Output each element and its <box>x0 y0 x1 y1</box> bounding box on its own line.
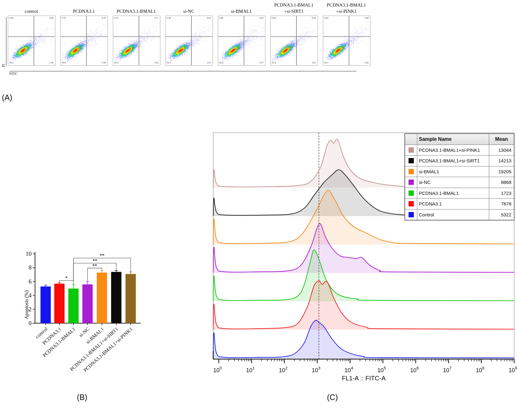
flow-scatter-canvas <box>218 16 265 66</box>
legend-header-row: Sample Name Mean <box>405 134 514 145</box>
flow-plot-title-line: si-BMAL1 <box>215 8 268 14</box>
flow-plot-title: PCDNA3.1 <box>57 0 110 14</box>
panel-a-x-axis-label: FITC <box>9 72 18 76</box>
quadrant-percentage-tr: 3.91 <box>207 17 211 19</box>
legend-sample-name: PCDNA3.1 <box>417 199 489 210</box>
flow-plot-title: PCDNA3.1-BMAL1+si-PINK1 <box>320 0 373 14</box>
svg-text:101: 101 <box>246 366 254 373</box>
panel-c-legend-table: Sample Name Mean PCDNA3.1-BMAL1+si-PINK1… <box>404 133 514 220</box>
legend-row: PCDNA3.1-BMAL1 1723 <box>405 188 514 199</box>
legend-swatch <box>409 180 414 185</box>
quadrant-percentage-bl: 91.6 <box>272 62 276 64</box>
flow-plot-title-line: PCDNA3.1-BMAL1 <box>320 2 373 8</box>
svg-text:*: * <box>65 275 68 280</box>
quadrant-percentage-tr: 3.56 <box>49 17 53 19</box>
quadrant-percentage-br: 1.94 <box>49 62 53 64</box>
quadrant-percentage-br: 2.27 <box>259 62 264 64</box>
flow-scatter-canvas <box>113 16 160 66</box>
svg-text:FL1-A :: FITC-A: FL1-A :: FITC-A <box>342 375 386 382</box>
legend-mean-value: 7678 <box>489 199 514 210</box>
svg-text:si-NC: si-NC <box>78 326 90 338</box>
quadrant-percentage-tl: 0.80 <box>272 17 276 19</box>
legend-mean-value: 1723 <box>489 188 514 199</box>
flow-scatter-canvas <box>8 16 55 66</box>
quadrant-percentage-bl: 93.5 <box>62 62 66 64</box>
legend-row: si-BMAL1 19205 <box>405 166 514 177</box>
quadrant-percentage-bl: 94.3 <box>114 62 118 64</box>
svg-text:8: 8 <box>29 264 32 271</box>
flow-plot-title-line: PCDNA3.1-BMAL1 <box>267 2 320 8</box>
quadrant-percentage-tr: 5.44 <box>259 17 264 19</box>
legend-row: PCDNA3.1 7678 <box>405 199 514 210</box>
flow-scatter-plot: 1.013.1794.31.53 <box>113 16 160 65</box>
panel-a-y-axis-label: PI <box>1 64 6 67</box>
legend-header-swatch <box>405 134 417 145</box>
flow-plot-title-line: +si-PINK1 <box>320 8 373 14</box>
quadrant-percentage-bl: 93.9 <box>9 62 13 64</box>
quadrant-percentage-tl: 1.01 <box>114 17 118 19</box>
svg-text:105: 105 <box>377 366 386 373</box>
panel-a-left-axis-line <box>6 17 7 67</box>
flow-scatter-plot: 0.704.2493.51.59 <box>60 16 107 65</box>
legend-row: si-NC 8868 <box>405 177 514 188</box>
quadrant-percentage-tl: 0.65 <box>9 17 13 19</box>
quadrant-percentage-tl: 0.65 <box>219 17 223 19</box>
flow-plot-title: PCDNA3.1-BMAL1 <box>110 0 163 14</box>
svg-text:109: 109 <box>509 366 517 373</box>
flow-plot-title-line: control <box>5 8 58 14</box>
quadrant-percentage-tr: 4.24 <box>102 17 106 19</box>
legend-swatch <box>409 201 414 206</box>
figure-root: control0.653.5693.91.94PCDNA3.10.704.249… <box>0 0 517 420</box>
flow-scatter-canvas <box>323 16 370 66</box>
quadrant-percentage-br: 2.57 <box>312 62 316 64</box>
flow-plot-title: PCDNA3.1-BMAL1+si-SIRT1 <box>267 0 320 14</box>
flow-plot-title-line: si-NC <box>162 8 215 14</box>
svg-text:6: 6 <box>29 278 32 285</box>
quadrant-percentage-bl: 93.7 <box>167 62 171 64</box>
svg-text:107: 107 <box>443 366 451 373</box>
flow-plot-title: control <box>5 0 58 14</box>
panel-a-caption: (A) <box>2 93 12 102</box>
flow-plot-title-line: PCDNA3.1 <box>57 8 110 14</box>
panel-a-bottom-axis-line <box>9 71 356 72</box>
flow-plot-title-line: PCDNA3.1-BMAL1 <box>110 8 163 14</box>
svg-text:108: 108 <box>476 366 484 373</box>
legend-swatch <box>409 147 414 153</box>
flow-scatter-plot: 0.653.5693.91.94 <box>8 16 55 65</box>
quadrant-percentage-tl: 0.48 <box>167 17 171 19</box>
legend-sample-name: si-NC <box>417 177 489 188</box>
svg-text:Apoptosis (%): Apoptosis (%) <box>24 290 29 319</box>
flow-plot-title-line: +si-SIRT1 <box>267 8 320 14</box>
quadrant-percentage-br: 1.59 <box>102 62 106 64</box>
quadrant-percentage-bl: 91.6 <box>219 62 223 64</box>
quadrant-percentage-tr: 5.05 <box>312 17 316 19</box>
quadrant-percentage-tl: 0.62 <box>324 17 329 19</box>
svg-text:103: 103 <box>312 366 320 373</box>
quadrant-percentage-tr: 3.17 <box>154 17 158 19</box>
quadrant-percentage-tl: 0.70 <box>62 17 66 19</box>
flow-scatter-plot: 0.624.9892.12.33 <box>323 16 370 65</box>
quadrant-percentage-tr: 4.98 <box>364 17 369 19</box>
quadrant-percentage-br: 2.33 <box>364 62 369 64</box>
flow-scatter-plot: 0.805.0591.62.57 <box>270 16 317 65</box>
legend-sample-name: si-BMAL1 <box>417 166 489 177</box>
legend-mean-value: 8868 <box>489 177 514 188</box>
flow-scatter-canvas <box>60 16 108 66</box>
flow-plot-title: si-NC <box>162 0 215 14</box>
svg-text:**: ** <box>93 263 97 268</box>
svg-text:10: 10 <box>26 250 32 257</box>
quadrant-percentage-br: 1.53 <box>154 62 158 64</box>
flow-scatter-plot: 0.655.4491.62.27 <box>218 16 265 65</box>
panel-b-caption: (B) <box>77 393 87 402</box>
svg-text:104: 104 <box>344 366 353 373</box>
quadrant-percentage-bl: 92.1 <box>324 62 329 64</box>
legend-swatch <box>409 169 414 174</box>
flow-scatter-plot: 0.483.9193.71.87 <box>165 16 212 65</box>
legend-swatch <box>409 212 414 217</box>
legend-swatch <box>409 190 414 196</box>
legend-row: PCDNA3.1-BMAL1+si-SIRT1 14213 <box>405 156 514 166</box>
svg-text:100: 100 <box>213 366 222 373</box>
legend-sample-name: Control <box>417 209 489 220</box>
legend-row: PCDNA3.1-BMAL1+si-PINK1 13044 <box>405 145 514 156</box>
legend-mean-value: 5322 <box>489 209 514 220</box>
